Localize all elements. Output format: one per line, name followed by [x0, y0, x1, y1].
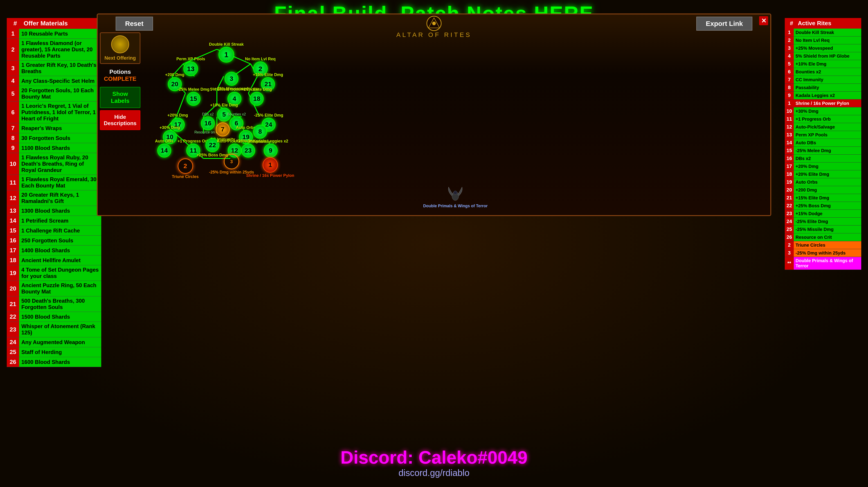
left-panel-row: 7 Reaper's Wraps: [7, 123, 101, 133]
left-panel-row: 14 1 Petrified Scream: [7, 216, 101, 226]
left-panel: # Offer Materials 1 10 Reusable Parts 2 …: [7, 18, 101, 367]
row-number: 21: [7, 296, 19, 312]
right-panel-row: 20 +200 Dmg: [785, 186, 861, 194]
left-panel-row: 9 1100 Blood Shards: [7, 143, 101, 153]
right-panel-row: 1 Double Kill Streak: [785, 29, 861, 36]
right-panel: # Active Rites 1 Double Kill Streak 2 No…: [785, 18, 861, 270]
left-panel-row: 8 30 Forgotten Souls: [7, 133, 101, 143]
row-number: 23: [7, 322, 19, 337]
row-number: 2: [785, 241, 794, 249]
row-text: Shrine / 16s Power Pylon: [794, 99, 861, 107]
row-number: 13: [7, 206, 19, 216]
row-text: +25% Movespeed: [794, 44, 861, 52]
left-panel-row: 4 Any Class-Specific Set Helm: [7, 76, 101, 86]
right-panel-row: 22 +25% Boss Dmg: [785, 202, 861, 210]
row-text: No Item Lvl Req: [794, 36, 861, 44]
right-panel-row: 3 +25% Movespeed: [785, 44, 861, 52]
row-text: Any Class-Specific Set Helm: [19, 76, 101, 86]
node-area: Double Kill Streak 1 No Item Lvl Req 2 P…: [143, 28, 768, 213]
row-number: 6: [785, 68, 794, 75]
row-number: 18: [785, 170, 794, 178]
node-18[interactable]: +20% Elite Dmg 18: [242, 86, 272, 106]
row-number: 11: [7, 175, 19, 190]
right-panel-row: 25 -25% Missile Dmg: [785, 225, 861, 233]
row-number: 17: [785, 162, 794, 170]
discord-handle: Discord: Caleko#0049: [0, 447, 868, 468]
row-number: 10: [785, 108, 794, 115]
row-text: 1400 Blood Shards: [19, 246, 101, 255]
right-panel-row: 3 -25% Dmg within 25yds: [785, 249, 861, 257]
discord-url: discord.gg/rdiablo: [0, 468, 868, 478]
potions-label: Potions: [100, 68, 141, 75]
row-text: +25% Boss Dmg: [794, 202, 861, 210]
node-14[interactable]: Auto DBs 14: [155, 138, 174, 157]
row-text: -25% Missile Dmg: [794, 225, 861, 233]
row-number: 2: [785, 36, 794, 44]
row-text: Resource on Crit: [794, 233, 861, 241]
left-panel-row: 26 1600 Blood Shards: [7, 357, 101, 367]
export-button[interactable]: Export Link: [696, 17, 752, 31]
right-panel-row: 15 -25% Melee Dmg: [785, 147, 861, 155]
row-number: 7: [7, 123, 19, 133]
row-number: 16: [785, 155, 794, 162]
row-number: 1: [7, 29, 19, 38]
row-text: 1300 Blood Shards: [19, 206, 101, 216]
row-number: 23: [785, 210, 794, 217]
row-text: -25% Elite Dmg: [794, 218, 861, 225]
node-1[interactable]: Double Kill Streak 1: [209, 41, 244, 63]
altar-panel: ✕ Reset Export Link ALTAR OF RITES Next …: [97, 13, 771, 216]
row-text: +30% Dmg: [794, 108, 861, 115]
row-text: 1 Petrified Scream: [19, 216, 101, 225]
row-number: 26: [785, 233, 794, 241]
right-panel-row: 5 +10% Ele Dmg: [785, 60, 861, 68]
right-panel-row: 7 CC Immunity: [785, 76, 861, 84]
right-panel-row: 9 Kadala Leggies x2: [785, 92, 861, 99]
row-text: +200 Dmg: [794, 186, 861, 194]
row-text: Passability: [794, 84, 861, 91]
row-number: 26: [7, 357, 19, 367]
row-text: 10 Reusable Parts: [19, 29, 101, 38]
node-9[interactable]: Kadala Leggies x2 9: [253, 138, 288, 157]
left-panel-row: 3 1 Greater Rift Key, 10 Death's Breaths: [7, 61, 101, 76]
row-number: 3: [785, 249, 794, 257]
left-panel-row: 23 Whisper of Atonement (Rank 125): [7, 322, 101, 337]
row-text: Any Augmented Weapon: [19, 337, 101, 347]
right-header-num: #: [787, 20, 796, 27]
row-number: 4: [7, 76, 19, 86]
bottom-figure: Double Primals & Wings of Terror: [423, 185, 488, 208]
row-text: +15% Elite Dmg: [794, 194, 861, 202]
row-text: 1 Flawless Royal Ruby, 20 Death's Breath…: [19, 153, 101, 175]
row-number: 13: [785, 131, 794, 139]
reset-button[interactable]: Reset: [116, 17, 153, 31]
right-panel-row: 2 Triune Circles: [785, 241, 861, 249]
row-number: 8: [785, 84, 794, 91]
left-panel-row: 16 250 Forgotten Souls: [7, 236, 101, 246]
right-panel-row: 23 +15% Dodge: [785, 210, 861, 218]
row-text: 1 Leoric's Regret, 1 Vial of Putridness,…: [19, 101, 101, 123]
left-panel-row: 20 Ancient Puzzle Ring, 50 Each Bounty M…: [7, 281, 101, 296]
row-text: Auto DBs: [794, 139, 861, 147]
show-labels-button[interactable]: Show Labels: [100, 87, 141, 108]
row-text: Auto-Pick/Salvage: [794, 123, 861, 131]
row-text: 1100 Blood Shards: [19, 143, 101, 153]
node-15[interactable]: -25% Melee Dmg 15: [178, 86, 210, 106]
node-shrine[interactable]: 1 Shrine / 16s Power Pylon: [246, 157, 294, 178]
row-text: +10% Ele Dmg: [794, 60, 861, 68]
row-text: -25% Dmg within 25yds: [794, 249, 861, 257]
wings-icon: [446, 185, 464, 203]
row-text: -25% Melee Dmg: [794, 147, 861, 154]
row-number: 1: [785, 99, 794, 107]
node-triune[interactable]: 2 Triune Circles: [172, 158, 199, 179]
row-number: 15: [785, 147, 794, 154]
potions-box: Potions COMPLETE: [100, 68, 141, 82]
row-text: CC Immunity: [794, 76, 861, 84]
left-rows-container: 1 10 Reusable Parts 2 1 Flawless Diamond…: [7, 29, 101, 367]
row-number: 2: [7, 39, 19, 60]
close-button[interactable]: ✕: [759, 16, 768, 25]
right-panel-row: 1 Shrine / 16s Power Pylon: [785, 99, 861, 108]
hide-descriptions-button[interactable]: Hide Descriptions: [100, 110, 141, 130]
row-text: Triune Circles: [794, 241, 861, 249]
row-text: 1600 Blood Shards: [19, 357, 101, 367]
row-number: 25: [785, 225, 794, 233]
row-number: 3: [785, 44, 794, 52]
